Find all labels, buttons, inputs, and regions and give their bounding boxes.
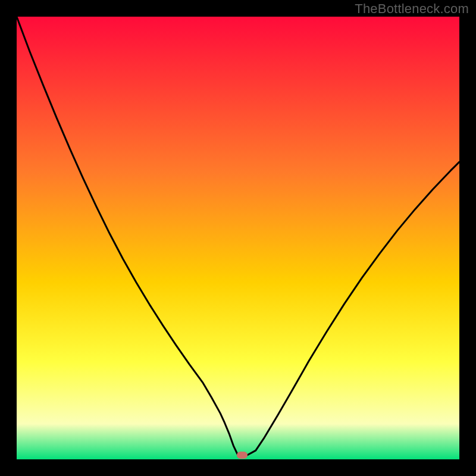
- optimal-point-marker: [237, 452, 248, 459]
- gradient-background: [17, 17, 459, 459]
- watermark-text: TheBottleneck.com: [355, 1, 469, 17]
- chart-frame: TheBottleneck.com: [0, 0, 476, 476]
- chart-svg: [17, 17, 459, 459]
- plot-area: [17, 17, 459, 459]
